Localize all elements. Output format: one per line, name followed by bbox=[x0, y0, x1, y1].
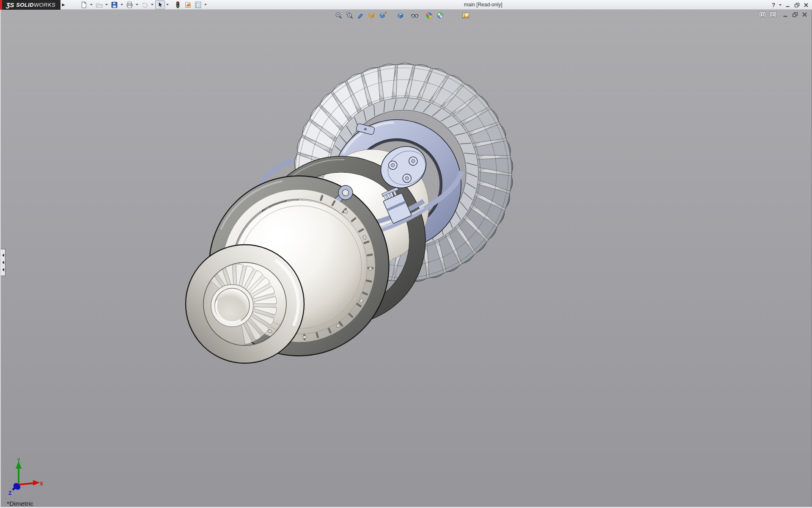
doc-restore-button[interactable] bbox=[792, 12, 798, 17]
triad-x-label: X bbox=[40, 481, 43, 487]
rebuild-button[interactable] bbox=[173, 0, 183, 9]
doc-close-button[interactable] bbox=[802, 12, 807, 17]
glasses-icon bbox=[411, 11, 419, 19]
new-document-dropdown[interactable] bbox=[90, 4, 93, 6]
window-restore-button[interactable] bbox=[794, 3, 800, 8]
file-properties-button[interactable] bbox=[183, 0, 193, 9]
window-close-button[interactable] bbox=[804, 3, 809, 8]
solidworks-logo-glyph: ƷS bbox=[6, 1, 14, 8]
collapse-pane-button[interactable] bbox=[759, 11, 766, 17]
zoom-to-fit-button[interactable] bbox=[334, 11, 344, 20]
undo-dropdown[interactable] bbox=[151, 4, 154, 6]
title-bar: ƷS SOLID WORKS ▶ bbox=[0, 0, 812, 10]
options-dropdown[interactable] bbox=[204, 4, 207, 6]
open-document-icon bbox=[96, 1, 103, 8]
solidworks-logo-bold: SOLID bbox=[16, 2, 34, 8]
view-orientation-icon bbox=[368, 11, 376, 19]
select-button[interactable] bbox=[155, 0, 165, 9]
window-minimize-button[interactable] bbox=[785, 3, 790, 8]
turbine-engine-model bbox=[1, 10, 812, 507]
print-dropdown[interactable] bbox=[136, 4, 138, 6]
close-icon bbox=[804, 3, 809, 8]
save-button[interactable] bbox=[110, 0, 119, 9]
undo-button[interactable] bbox=[140, 0, 150, 9]
display-style-edges-button[interactable] bbox=[378, 11, 388, 20]
window-controls: ? bbox=[772, 0, 809, 10]
standard-toolbar bbox=[79, 0, 208, 9]
options-button[interactable] bbox=[193, 0, 203, 9]
save-icon bbox=[111, 1, 118, 8]
display-style-edges-icon bbox=[379, 11, 387, 19]
undo-icon bbox=[141, 1, 148, 8]
solidworks-window: { "window": { "title": "main [Read-only]… bbox=[0, 0, 812, 508]
doc-minimize-button[interactable] bbox=[783, 12, 788, 17]
doc-close-icon bbox=[802, 12, 807, 17]
zoom-to-fit-icon bbox=[335, 11, 343, 19]
collapse-arrow-icon bbox=[2, 254, 4, 257]
minimize-icon bbox=[785, 3, 790, 8]
solidworks-logo-light: WORKS bbox=[34, 2, 55, 8]
hide-show-items-button[interactable] bbox=[410, 11, 420, 20]
view-orientation-button[interactable] bbox=[367, 11, 377, 20]
select-dropdown[interactable] bbox=[166, 4, 169, 6]
collapse-arrow-icon bbox=[2, 261, 4, 264]
collapse-pane-icon bbox=[760, 13, 765, 17]
menu-flyout-arrow[interactable]: ▶ bbox=[60, 0, 66, 10]
print-button[interactable] bbox=[125, 0, 134, 9]
section-view-button[interactable] bbox=[356, 11, 366, 20]
options-icon bbox=[195, 1, 202, 8]
zoom-to-area-icon bbox=[346, 11, 354, 19]
edit-appearance-button[interactable] bbox=[424, 11, 434, 20]
new-document-button[interactable] bbox=[79, 0, 89, 9]
display-style-icon bbox=[396, 11, 404, 19]
triad-y-label: Y bbox=[17, 458, 20, 463]
collapse-arrow-icon bbox=[2, 268, 4, 271]
document-window-controls bbox=[759, 11, 807, 17]
feature-tree-collapsed-tab[interactable] bbox=[1, 249, 5, 276]
open-document-button[interactable] bbox=[94, 0, 104, 9]
restore-icon bbox=[794, 3, 800, 8]
view-settings-button[interactable] bbox=[461, 11, 471, 20]
apply-scene-icon bbox=[436, 11, 444, 19]
view-orientation-label: *Dimetric bbox=[7, 500, 33, 507]
zoom-to-area-button[interactable] bbox=[345, 11, 355, 20]
headsup-view-toolbar bbox=[334, 11, 471, 20]
rebuild-stoplight-icon bbox=[174, 1, 181, 8]
edit-appearance-icon bbox=[425, 11, 433, 19]
triad-z-label: Z bbox=[8, 490, 11, 496]
doc-minimize-icon bbox=[783, 12, 788, 17]
expand-pane-icon bbox=[771, 13, 775, 17]
reference-triad: Y X Z bbox=[4, 458, 43, 497]
graphics-viewport[interactable]: Y X Z *Dimetric bbox=[0, 10, 812, 507]
solidworks-logo: ƷS SOLID WORKS bbox=[0, 0, 60, 10]
save-dropdown[interactable] bbox=[121, 4, 123, 6]
section-view-icon bbox=[357, 11, 365, 19]
display-style-button[interactable] bbox=[395, 11, 406, 20]
print-icon bbox=[126, 1, 133, 8]
expand-pane-button[interactable] bbox=[770, 11, 776, 17]
help-button[interactable]: ? bbox=[772, 2, 775, 8]
file-properties-icon bbox=[184, 1, 192, 8]
doc-restore-icon bbox=[792, 12, 798, 17]
select-cursor-icon bbox=[156, 1, 164, 8]
apply-scene-button[interactable] bbox=[435, 11, 445, 20]
new-document-icon bbox=[80, 1, 88, 8]
open-document-dropdown[interactable] bbox=[105, 4, 108, 6]
help-dropdown[interactable] bbox=[779, 4, 782, 6]
view-settings-icon bbox=[461, 11, 469, 19]
document-title: main [Read-only] bbox=[464, 2, 502, 8]
